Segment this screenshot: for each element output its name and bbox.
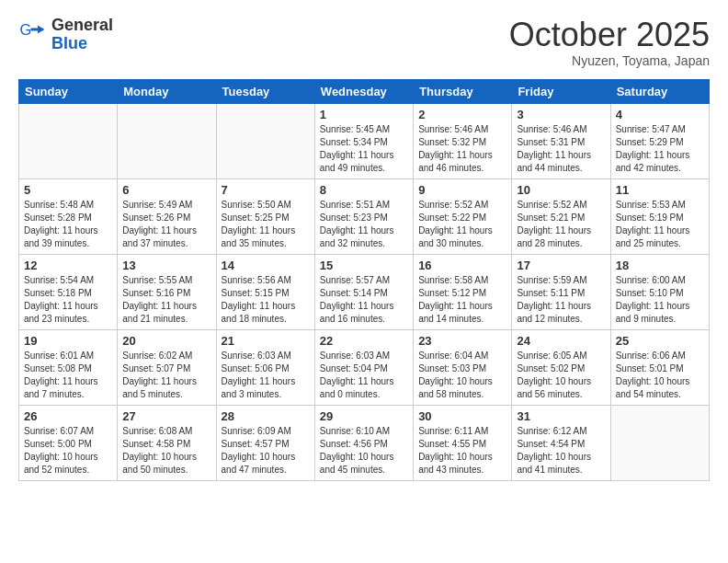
table-row: 2Sunrise: 5:46 AM Sunset: 5:32 PM Daylig… (414, 103, 512, 178)
day-info: Sunrise: 6:05 AM Sunset: 5:02 PM Dayligh… (517, 350, 605, 401)
day-number: 3 (517, 108, 605, 121)
day-number: 7 (222, 183, 310, 197)
table-row: 9Sunrise: 5:52 AM Sunset: 5:22 PM Daylig… (414, 178, 512, 254)
day-number: 1 (320, 108, 408, 121)
day-info: Sunrise: 6:01 AM Sunset: 5:08 PM Dayligh… (24, 350, 112, 401)
table-row: 20Sunrise: 6:02 AM Sunset: 5:07 PM Dayli… (118, 329, 216, 405)
table-row: 22Sunrise: 6:03 AM Sunset: 5:04 PM Dayli… (314, 329, 413, 405)
day-info: Sunrise: 6:12 AM Sunset: 4:54 PM Dayligh… (517, 425, 605, 477)
page-container: G General Blue October 2025 Nyuzen, Toya… (0, 0, 728, 490)
table-row: 17Sunrise: 5:59 AM Sunset: 5:11 PM Dayli… (512, 254, 610, 329)
day-info: Sunrise: 5:52 AM Sunset: 5:21 PM Dayligh… (517, 199, 605, 250)
day-info: Sunrise: 5:59 AM Sunset: 5:11 PM Dayligh… (517, 274, 605, 326)
col-friday: Friday (512, 79, 610, 103)
day-number: 17 (517, 259, 605, 272)
day-number: 8 (320, 183, 408, 197)
day-number: 19 (24, 334, 112, 348)
logo-text: General Blue (51, 17, 113, 53)
day-info: Sunrise: 5:52 AM Sunset: 5:22 PM Dayligh… (418, 199, 506, 250)
table-row: 7Sunrise: 5:50 AM Sunset: 5:25 PM Daylig… (216, 178, 314, 254)
day-info: Sunrise: 6:11 AM Sunset: 4:55 PM Dayligh… (418, 425, 506, 477)
day-info: Sunrise: 6:06 AM Sunset: 5:01 PM Dayligh… (616, 350, 704, 401)
calendar-table: Sunday Monday Tuesday Wednesday Thursday… (18, 79, 710, 481)
table-row: 31Sunrise: 6:12 AM Sunset: 4:54 PM Dayli… (512, 405, 610, 480)
day-info: Sunrise: 6:10 AM Sunset: 4:56 PM Dayligh… (320, 425, 408, 477)
table-row: 25Sunrise: 6:06 AM Sunset: 5:01 PM Dayli… (610, 329, 709, 405)
day-number: 21 (222, 334, 310, 348)
day-info: Sunrise: 6:08 AM Sunset: 4:58 PM Dayligh… (122, 425, 210, 477)
logo: G General Blue (18, 17, 113, 53)
table-row: 26Sunrise: 6:07 AM Sunset: 5:00 PM Dayli… (19, 405, 118, 480)
day-number: 4 (616, 108, 704, 121)
day-number: 6 (122, 183, 210, 197)
location-subtitle: Nyuzen, Toyama, Japan (509, 53, 710, 68)
month-title: October 2025 (509, 17, 710, 53)
col-thursday: Thursday (414, 79, 512, 103)
day-number: 13 (122, 259, 210, 272)
day-number: 31 (517, 409, 605, 423)
table-row: 21Sunrise: 6:03 AM Sunset: 5:06 PM Dayli… (216, 329, 314, 405)
table-row: 19Sunrise: 6:01 AM Sunset: 5:08 PM Dayli… (19, 329, 118, 405)
day-info: Sunrise: 5:55 AM Sunset: 5:16 PM Dayligh… (122, 274, 210, 326)
day-number: 20 (122, 334, 210, 348)
day-info: Sunrise: 6:03 AM Sunset: 5:06 PM Dayligh… (222, 350, 310, 401)
day-number: 24 (517, 334, 605, 348)
day-number: 22 (320, 334, 408, 348)
table-row: 13Sunrise: 5:55 AM Sunset: 5:16 PM Dayli… (118, 254, 216, 329)
title-area: October 2025 Nyuzen, Toyama, Japan (509, 17, 710, 68)
day-info: Sunrise: 6:03 AM Sunset: 5:04 PM Dayligh… (320, 350, 408, 401)
table-row: 12Sunrise: 5:54 AM Sunset: 5:18 PM Dayli… (19, 254, 118, 329)
calendar-week-row: 1Sunrise: 5:45 AM Sunset: 5:34 PM Daylig… (19, 103, 710, 178)
day-number: 30 (418, 409, 506, 423)
day-info: Sunrise: 5:46 AM Sunset: 5:31 PM Dayligh… (517, 123, 605, 175)
day-number: 25 (616, 334, 704, 348)
day-number: 2 (418, 108, 506, 121)
table-row: 30Sunrise: 6:11 AM Sunset: 4:55 PM Dayli… (414, 405, 512, 480)
day-info: Sunrise: 6:07 AM Sunset: 5:00 PM Dayligh… (24, 425, 112, 477)
day-number: 29 (320, 409, 408, 423)
table-row: 8Sunrise: 5:51 AM Sunset: 5:23 PM Daylig… (314, 178, 413, 254)
day-info: Sunrise: 5:58 AM Sunset: 5:12 PM Dayligh… (418, 274, 506, 326)
day-number: 11 (616, 183, 704, 197)
day-info: Sunrise: 5:56 AM Sunset: 5:15 PM Dayligh… (222, 274, 310, 326)
day-info: Sunrise: 5:50 AM Sunset: 5:25 PM Dayligh… (222, 199, 310, 250)
table-row: 14Sunrise: 5:56 AM Sunset: 5:15 PM Dayli… (216, 254, 314, 329)
table-row: 29Sunrise: 6:10 AM Sunset: 4:56 PM Dayli… (314, 405, 413, 480)
col-saturday: Saturday (610, 79, 709, 103)
day-number: 18 (616, 259, 704, 272)
day-info: Sunrise: 6:09 AM Sunset: 4:57 PM Dayligh… (222, 425, 310, 477)
day-number: 26 (24, 409, 112, 423)
table-row (610, 405, 709, 480)
logo-general: General (51, 16, 113, 34)
table-row: 4Sunrise: 5:47 AM Sunset: 5:29 PM Daylig… (610, 103, 709, 178)
table-row (19, 103, 118, 178)
table-row: 10Sunrise: 5:52 AM Sunset: 5:21 PM Dayli… (512, 178, 610, 254)
logo-icon: G (18, 21, 46, 49)
day-info: Sunrise: 6:00 AM Sunset: 5:10 PM Dayligh… (616, 274, 704, 326)
table-row: 16Sunrise: 5:58 AM Sunset: 5:12 PM Dayli… (414, 254, 512, 329)
calendar-header-row: Sunday Monday Tuesday Wednesday Thursday… (19, 79, 710, 103)
table-row: 3Sunrise: 5:46 AM Sunset: 5:31 PM Daylig… (512, 103, 610, 178)
header-area: G General Blue October 2025 Nyuzen, Toya… (18, 17, 710, 68)
col-tuesday: Tuesday (216, 79, 314, 103)
table-row: 24Sunrise: 6:05 AM Sunset: 5:02 PM Dayli… (512, 329, 610, 405)
table-row: 18Sunrise: 6:00 AM Sunset: 5:10 PM Dayli… (610, 254, 709, 329)
table-row: 5Sunrise: 5:48 AM Sunset: 5:28 PM Daylig… (19, 178, 118, 254)
calendar-week-row: 5Sunrise: 5:48 AM Sunset: 5:28 PM Daylig… (19, 178, 710, 254)
day-info: Sunrise: 5:51 AM Sunset: 5:23 PM Dayligh… (320, 199, 408, 250)
calendar-week-row: 12Sunrise: 5:54 AM Sunset: 5:18 PM Dayli… (19, 254, 710, 329)
col-sunday: Sunday (19, 79, 118, 103)
table-row: 15Sunrise: 5:57 AM Sunset: 5:14 PM Dayli… (314, 254, 413, 329)
day-number: 9 (418, 183, 506, 197)
calendar-week-row: 19Sunrise: 6:01 AM Sunset: 5:08 PM Dayli… (19, 329, 710, 405)
table-row: 27Sunrise: 6:08 AM Sunset: 4:58 PM Dayli… (118, 405, 216, 480)
day-info: Sunrise: 6:04 AM Sunset: 5:03 PM Dayligh… (418, 350, 506, 401)
table-row (118, 103, 216, 178)
svg-marker-1 (31, 25, 45, 33)
day-number: 23 (418, 334, 506, 348)
day-info: Sunrise: 5:57 AM Sunset: 5:14 PM Dayligh… (320, 274, 408, 326)
day-info: Sunrise: 5:53 AM Sunset: 5:19 PM Dayligh… (616, 199, 704, 250)
day-number: 5 (24, 183, 112, 197)
day-info: Sunrise: 5:47 AM Sunset: 5:29 PM Dayligh… (616, 123, 704, 175)
day-info: Sunrise: 5:49 AM Sunset: 5:26 PM Dayligh… (122, 199, 210, 250)
